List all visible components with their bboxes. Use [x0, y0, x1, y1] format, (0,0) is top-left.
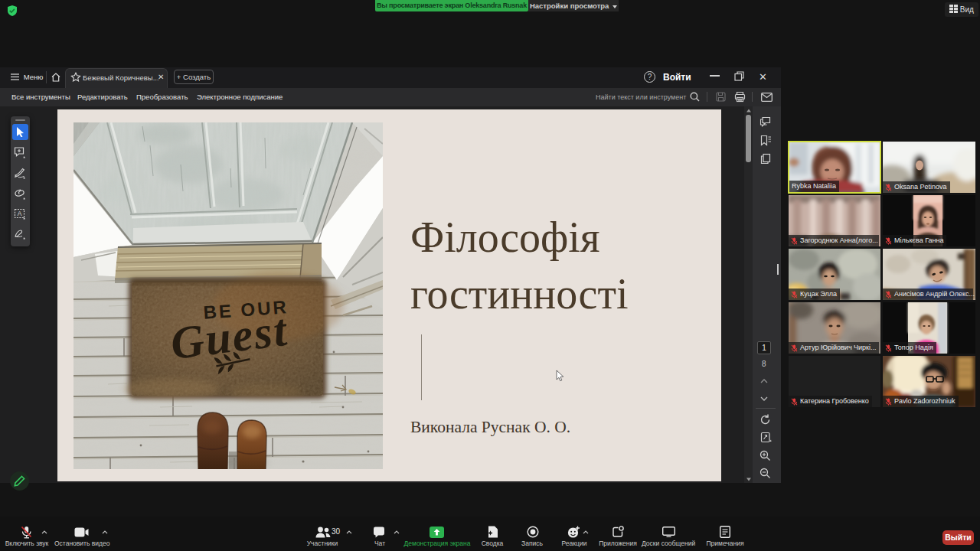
svg-text:A: A — [18, 210, 22, 217]
